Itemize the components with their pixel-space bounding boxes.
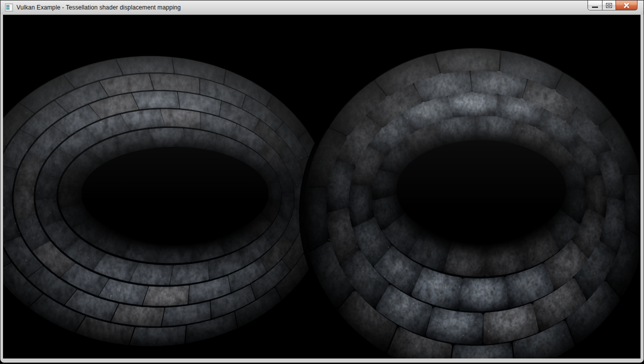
- close-icon: [624, 2, 630, 8]
- window-controls: [588, 0, 638, 10]
- minimize-icon: [592, 6, 598, 8]
- torus-stone-flat: [3, 52, 336, 352]
- close-button[interactable]: [616, 0, 638, 10]
- application-icon[interactable]: [5, 4, 13, 12]
- torus-stone-displaced: [299, 44, 640, 358]
- app-window: Vulkan Example - Tessellation shader dis…: [0, 0, 644, 363]
- minimize-button[interactable]: [588, 0, 602, 10]
- scene-canvas: [3, 14, 640, 358]
- maximize-icon: [606, 3, 612, 8]
- title-bar[interactable]: Vulkan Example - Tessellation shader dis…: [0, 0, 644, 14]
- render-viewport[interactable]: [3, 14, 640, 358]
- window-title: Vulkan Example - Tessellation shader dis…: [16, 4, 181, 11]
- maximize-button[interactable]: [602, 0, 616, 10]
